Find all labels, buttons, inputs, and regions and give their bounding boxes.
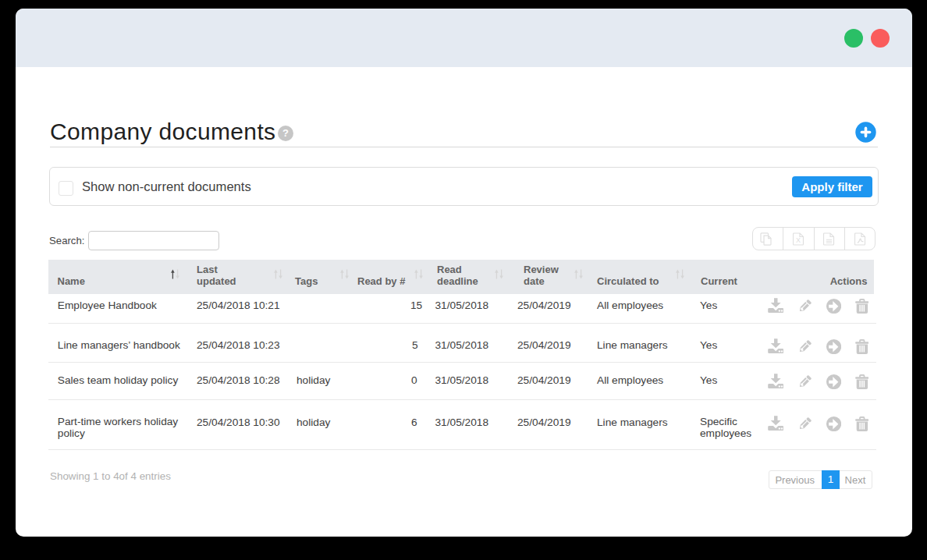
svg-text:X: X <box>796 236 801 244</box>
